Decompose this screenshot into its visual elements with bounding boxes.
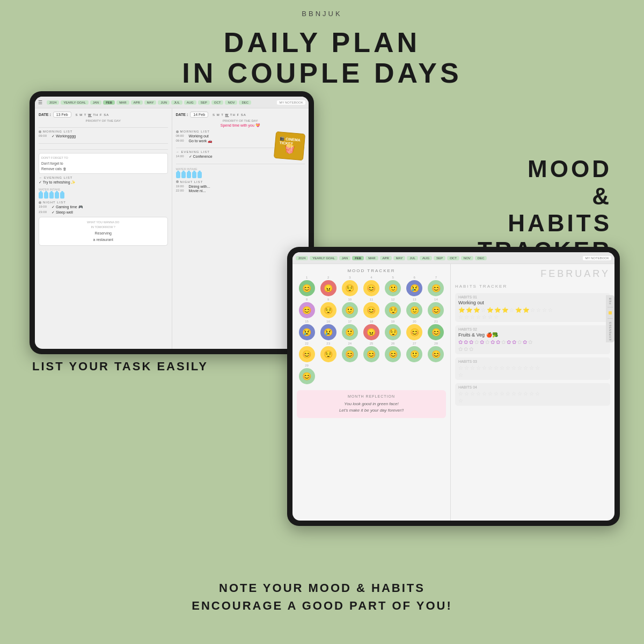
star: ☆ <box>536 307 541 313</box>
day-num: 13 <box>405 298 425 301</box>
star: ✿ <box>464 346 468 352</box>
day1-col: DATE : 13 Feb S M T W TH F SA PRIORITY O… <box>35 108 172 349</box>
nav2-may[interactable]: MAY <box>393 256 406 260</box>
morning-dot <box>39 130 41 133</box>
mood-circle-21: 😊 <box>428 324 444 340</box>
mood-circle-25: 😊 <box>363 346 379 362</box>
nav2-apr[interactable]: APR <box>380 256 392 260</box>
day1-date-label: DATE : <box>39 113 51 116</box>
side-tab-expenses[interactable]: EXPENSES <box>609 321 612 340</box>
task-time: 19:00 <box>39 205 50 208</box>
right-heading-mood: MOOD <box>478 156 612 183</box>
day1-date-value: 13 Feb <box>53 112 71 118</box>
star: ☆ <box>458 314 463 320</box>
nav2-feb[interactable]: FEB <box>352 256 364 260</box>
day-num: 10 <box>340 298 360 301</box>
star: ✿ <box>512 339 516 345</box>
nav-may[interactable]: MAY <box>144 100 157 105</box>
nav2-yearly[interactable]: YEARLY GOAL <box>310 256 337 260</box>
nav-jun[interactable]: JUN <box>158 100 170 105</box>
nav2-mar[interactable]: MAR <box>365 256 378 260</box>
habits-title: HABITS TRACKER <box>455 284 610 289</box>
star: ✿ <box>480 339 484 345</box>
day-num: 22 <box>297 342 317 345</box>
morning-label: MORNING LIST <box>180 130 210 133</box>
task-time: 22:00 <box>176 189 188 192</box>
habit4-block: HABITS 04 ☆ ☆ ☆ ☆ ☆ ☆ ☆ ☆ ☆ ☆ ☆ ☆ <box>455 383 610 406</box>
task-time: 23:00 <box>39 210 50 214</box>
title-line2: IN COUPLE DAYS <box>0 58 644 89</box>
star: ☆ <box>529 365 534 371</box>
nav2-aug[interactable]: AUG <box>420 256 432 260</box>
mood-circle-11: 😊 <box>363 302 379 318</box>
water-bottles <box>176 172 305 178</box>
nav-apr[interactable]: APR <box>131 100 143 105</box>
star: ☆ <box>464 365 469 371</box>
star: ☆ <box>535 365 540 371</box>
star: ☆ <box>517 391 522 397</box>
mood-row3: 😢 😢 🙂 😠 😌 😊 😊 <box>297 324 446 340</box>
star: ☆ <box>530 307 535 313</box>
nav-jul[interactable]: JUL <box>171 100 182 105</box>
menu-icon[interactable]: ☰ <box>38 100 42 105</box>
star: ⭐ <box>494 307 501 313</box>
star: ✿ <box>517 339 522 345</box>
mood-circle-28: 😊 <box>428 346 444 362</box>
nav2-jan[interactable]: JAN <box>339 256 350 260</box>
star: ☆ <box>500 365 504 371</box>
nav-2024[interactable]: 2024 <box>47 100 59 105</box>
day-num: 11 <box>361 298 381 301</box>
bottle4 <box>192 172 196 178</box>
evening-arrow: → <box>39 176 42 179</box>
nav-mar[interactable]: MAR <box>116 100 129 105</box>
star: ☆ <box>506 365 510 371</box>
mood-circle-10: 🙂 <box>342 302 358 318</box>
day-num: 28 <box>426 342 446 345</box>
day-num: 20 <box>405 320 425 323</box>
nav-sep[interactable]: SEP <box>198 100 210 105</box>
star: ✿ <box>458 339 463 345</box>
nav-feb[interactable]: FEB <box>103 100 115 105</box>
mood-circle-19: 😌 <box>385 324 401 340</box>
mood-circle-29: 😊 <box>299 368 315 384</box>
day-num: 18 <box>361 320 381 323</box>
day1-night-task1: 19:00 ✓ Gaming time 🎮 <box>39 205 168 209</box>
nav-dec[interactable]: DEC <box>239 100 251 105</box>
day-num: 9 <box>318 298 338 301</box>
star: ⭐ <box>473 307 480 313</box>
habit4-stars-row2: ☆ <box>458 398 607 404</box>
day1-note: DON'T FORGET TO Don't forget toRemove ca… <box>39 153 168 174</box>
habit3-stars: ☆ ☆ ☆ ☆ ☆ ☆ ☆ ☆ ☆ ☆ ☆ ☆ ☆ ☆ <box>458 365 607 371</box>
nav-jan[interactable]: JAN <box>90 100 101 105</box>
nav2-2024[interactable]: 2024 <box>296 256 308 260</box>
day-num: 8 <box>297 298 317 301</box>
day-num: 24 <box>340 342 360 345</box>
evening-arrow: → <box>176 150 180 153</box>
nav-yearly[interactable]: YEARLY GOAL <box>61 100 88 105</box>
day1-priority-label: PRIORITY OF THE DAY <box>39 119 168 122</box>
nav-aug[interactable]: AUG <box>184 100 196 105</box>
daily-content: DATE : 13 Feb S M T W TH F SA PRIORITY O… <box>35 108 309 349</box>
bottle5 <box>197 172 202 178</box>
side-tab-feb[interactable]: FEB <box>609 297 612 304</box>
nav-oct[interactable]: OCT <box>211 100 224 105</box>
notebook-logo2: MY NOTEBOOK <box>583 256 611 260</box>
nav2-dec[interactable]: DEC <box>475 256 487 260</box>
mood-day-row5: 29 <box>297 364 446 367</box>
star: ☆ <box>535 391 540 397</box>
nav2-jul[interactable]: JUL <box>407 256 418 260</box>
mood-circle-26: 😊 <box>385 346 401 362</box>
main-title: DAILY PLAN IN COUPLE DAYS <box>0 27 644 89</box>
reflection-text: You look good in green face!Let's make i… <box>301 401 442 414</box>
habit1-stars-row2: ☆ ☆ ☆ ☆ ☆ ☆ ☆ <box>458 314 607 320</box>
morning-dot <box>176 130 179 133</box>
tablet2-screen: 2024 YEARLY GOAL JAN FEB MAR APR MAY JUL… <box>292 252 614 521</box>
mood-title: MOOD TRACKER <box>297 268 446 273</box>
day-num: 16 <box>318 320 338 323</box>
bottle1 <box>39 192 43 199</box>
star: ☆ <box>476 391 481 397</box>
nav2-nov[interactable]: NOV <box>461 256 473 260</box>
nav-nov[interactable]: NOV <box>225 100 237 105</box>
nav2-sep[interactable]: SEP <box>434 256 445 260</box>
nav2-oct[interactable]: OCT <box>447 256 459 260</box>
